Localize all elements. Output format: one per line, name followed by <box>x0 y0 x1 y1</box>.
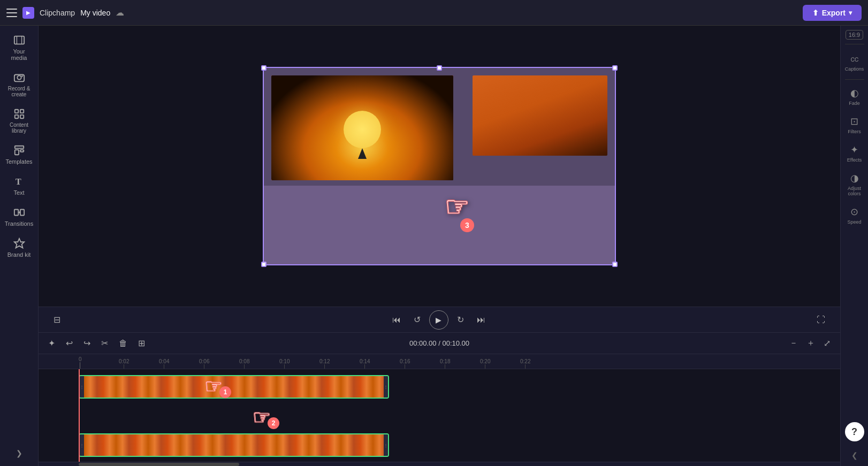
sidebar-item-text[interactable]: T Text <box>3 171 35 200</box>
transitions-icon <box>13 207 25 218</box>
help-button[interactable]: ? <box>845 422 864 441</box>
rs-item-effects[interactable]: ✦ Effects <box>843 141 866 166</box>
ruler-mark-0: 0 <box>79 356 82 369</box>
svg-rect-0 <box>14 36 24 44</box>
main-area: Your media Record &create Contentlibrary… <box>0 26 868 466</box>
text-icon: T <box>13 175 25 187</box>
timeline-ruler: 0 0:02 0:04 0:06 0:08 0:10 0:12 0:14 0:1… <box>39 354 840 369</box>
sidebar-label-text: Text <box>13 189 24 196</box>
sidebar-label-your-media: Your media <box>5 48 33 61</box>
resize-handle-tm[interactable] <box>437 65 442 71</box>
sidebar-item-brand-kit[interactable]: Brand kit <box>3 233 35 262</box>
track-thumbnail-2 <box>84 434 384 456</box>
ruler-mark-02: 0:02 <box>119 358 129 369</box>
track-row-1: ⋮ ⋮ <box>39 373 840 401</box>
preview-canvas: ☞ 3 <box>263 67 616 265</box>
ruler-mark-04: 0:04 <box>159 358 169 369</box>
topbar-left: Clipchamp My video ☁ <box>6 7 796 19</box>
rs-item-captions[interactable]: ㏄ Captions <box>843 49 866 75</box>
rs-label-filters: Filters <box>848 129 861 134</box>
app-name: Clipchamp <box>40 9 75 17</box>
skip-forward-button[interactable]: ⏭ <box>473 313 490 327</box>
export-arrow-icon: ⬆ <box>812 9 819 17</box>
cursor-hand-step2: ☞ 2 <box>253 406 279 429</box>
ruler-mark-22: 0:22 <box>520 358 530 369</box>
svg-rect-8 <box>14 115 18 118</box>
svg-rect-12 <box>20 150 23 152</box>
svg-rect-14 <box>14 210 18 216</box>
rs-item-adjust-colors[interactable]: ◑ Adjustcolors <box>843 169 866 200</box>
resize-handle-tr[interactable] <box>612 65 618 71</box>
preview-bg-area <box>264 186 615 264</box>
scrollbar-thumb[interactable] <box>79 463 239 466</box>
delete-button[interactable]: 🗑 <box>116 337 131 350</box>
rs-label-effects: Effects <box>847 157 862 163</box>
fast-forward-button[interactable]: ↻ <box>453 312 468 327</box>
track-handle-right-2[interactable]: ⋮ <box>384 434 388 456</box>
track-handle-left-1[interactable]: ⋮ <box>80 376 84 398</box>
playback-right: ⛶ <box>812 313 829 327</box>
grid-icon <box>13 108 25 120</box>
sailboat-graphic <box>358 148 367 159</box>
rewind-button[interactable]: ↺ <box>409 312 425 327</box>
magic-select-button[interactable]: ✦ <box>45 337 58 350</box>
track-handle-left-2[interactable]: ⋮ <box>80 434 84 456</box>
sidebar-item-transitions[interactable]: Transitions <box>3 202 35 231</box>
effects-icon: ✦ <box>850 144 858 156</box>
video-track-2[interactable]: ⋮ ⋮ <box>79 433 389 457</box>
project-name[interactable]: My video <box>80 9 110 17</box>
svg-rect-15 <box>20 210 24 216</box>
ruler-mark-14: 0:14 <box>360 358 370 369</box>
sidebar-item-content-library[interactable]: Contentlibrary <box>3 104 35 138</box>
rs-item-fade[interactable]: ◐ Fade <box>843 84 866 109</box>
cut-button[interactable]: ✂ <box>98 337 111 350</box>
sidebar-item-your-media[interactable]: Your media <box>3 30 35 65</box>
app-logo <box>22 7 34 19</box>
brand-kit-icon <box>13 238 25 249</box>
preview-area: ☞ 3 <box>39 26 840 307</box>
video-track-1[interactable]: ⋮ ⋮ <box>79 375 389 399</box>
playhead[interactable] <box>79 369 80 462</box>
ruler-mark-16: 0:16 <box>400 358 410 369</box>
subtitle-toggle-button[interactable]: ⊟ <box>49 312 65 327</box>
track-handle-right-1[interactable]: ⋮ <box>384 376 388 398</box>
rs-item-filters[interactable]: ⊡ Filters <box>843 112 866 137</box>
undo-button[interactable]: ↩ <box>63 337 76 350</box>
zoom-controls: － ＋ ⤢ <box>786 336 834 350</box>
svg-rect-7 <box>20 110 23 113</box>
fullscreen-button[interactable]: ⛶ <box>812 313 829 327</box>
skip-back-button[interactable]: ⏮ <box>388 313 405 327</box>
sidebar-item-templates[interactable]: Templates <box>3 140 35 169</box>
svg-rect-9 <box>20 115 23 118</box>
film-icon <box>13 34 25 46</box>
right-sidebar-collapse-button[interactable]: ❮ <box>849 449 860 462</box>
sidebar-item-record-create[interactable]: Record &create <box>3 67 35 102</box>
ruler-marks: 0 0:02 0:04 0:06 0:08 0:10 0:12 0:14 0:1… <box>39 354 840 369</box>
zoom-in-button[interactable]: ＋ <box>803 336 818 350</box>
timeline-scrollbar[interactable] <box>39 462 840 466</box>
export-button[interactable]: ⬆ Export ▾ <box>803 5 862 21</box>
zoom-out-button[interactable]: － <box>786 336 801 350</box>
playback-left: ⊟ <box>49 312 65 327</box>
rs-divider-1 <box>845 44 864 44</box>
fit-timeline-button[interactable]: ⤢ <box>820 336 834 350</box>
resize-handle-tl[interactable] <box>261 65 267 71</box>
ruler-mark-10: 0:10 <box>279 358 290 369</box>
rs-label-fade: Fade <box>849 101 860 106</box>
hand-icon-3: ☞ <box>445 190 470 223</box>
menu-button[interactable] <box>6 9 17 17</box>
svg-rect-6 <box>14 110 18 113</box>
ruler-mark-18: 0:18 <box>440 358 450 369</box>
cloud-sync-icon: ☁ <box>116 7 124 18</box>
svg-rect-11 <box>14 150 18 155</box>
rs-item-speed[interactable]: ⊙ Speed <box>843 203 866 228</box>
sidebar-collapse-button[interactable]: ❯ <box>12 445 27 462</box>
redo-button[interactable]: ↪ <box>80 337 94 350</box>
add-media-button[interactable]: ⊞ <box>135 337 148 350</box>
play-pause-button[interactable]: ▶ <box>429 310 448 330</box>
aspect-ratio-badge[interactable]: 16:9 <box>846 30 863 40</box>
svg-point-3 <box>17 75 21 79</box>
rs-label-speed: Speed <box>847 219 861 225</box>
track-thumbnail-1 <box>84 376 384 398</box>
templates-icon <box>13 144 25 156</box>
